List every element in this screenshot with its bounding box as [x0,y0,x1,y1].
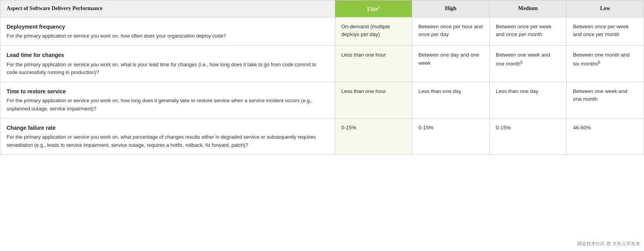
row-title-time-to-restore: Time to restore service [7,88,329,95]
row-desc-time-to-restore: For the primary application or service y… [7,98,312,111]
low-cell-time-to-restore: Between one week and one month [567,82,644,119]
row-desc-change-failure-rate: For the primary application or service y… [7,134,316,148]
medium-cell-lead-time: Between one week and one monthb [489,46,567,82]
high-header: High [412,0,490,17]
table-row-time-to-restore: Time to restore serviceFor the primary a… [0,82,644,119]
row-desc-deployment-frequency: For the primary application or service y… [7,33,226,39]
aspect-header: Aspect of Software Delivery Performance [0,0,335,17]
table-row-deployment-frequency: Deployment frequencyFor the primary appl… [0,17,644,46]
performance-table: Aspect of Software Delivery Performance … [0,0,644,155]
medium-header: Medium [489,0,567,17]
elite-header: Elitea [335,0,412,17]
elite-cell-lead-time: Less than one hour [335,46,412,82]
aspect-cell-change-failure-rate: Change failure rateFor the primary appli… [0,119,335,155]
elite-cell-time-to-restore: Less than one hour [335,82,412,119]
elite-cell-deployment-frequency: On-demand (multiple deploys per day) [335,17,412,46]
high-cell-time-to-restore: Less than one day [412,82,490,119]
medium-cell-time-to-restore: Less than one day [489,82,567,119]
performance-table-container: Aspect of Software Delivery Performance … [0,0,644,155]
high-cell-lead-time: Between one day and one week [412,46,490,82]
low-header: Low [567,0,644,17]
row-title-lead-time: Lead time for changes [7,51,329,59]
high-cell-change-failure-rate: 0-15% [412,119,490,155]
row-title-deployment-frequency: Deployment frequency [7,23,329,31]
row-title-change-failure-rate: Change failure rate [7,124,329,132]
medium-cell-deployment-frequency: Between once per week and once per month [489,17,567,46]
low-cell-lead-time: Between one month and six monthsb [567,46,644,82]
elite-cell-change-failure-rate: 0-15% [335,119,412,155]
aspect-cell-time-to-restore: Time to restore serviceFor the primary a… [0,82,335,119]
low-cell-deployment-frequency: Between once per week and once per month [567,17,644,46]
row-desc-lead-time: For the primary application or service y… [7,62,317,75]
table-row-lead-time: Lead time for changesFor the primary app… [0,46,644,82]
aspect-cell-lead-time: Lead time for changesFor the primary app… [0,46,335,82]
low-cell-change-failure-rate: 46-60% [567,119,644,155]
medium-cell-change-failure-rate: 0-15% [489,119,567,155]
table-row-change-failure-rate: Change failure rateFor the primary appli… [0,119,644,155]
aspect-cell-deployment-frequency: Deployment frequencyFor the primary appl… [0,17,335,46]
high-cell-deployment-frequency: Between once per hour and once per day [412,17,490,46]
